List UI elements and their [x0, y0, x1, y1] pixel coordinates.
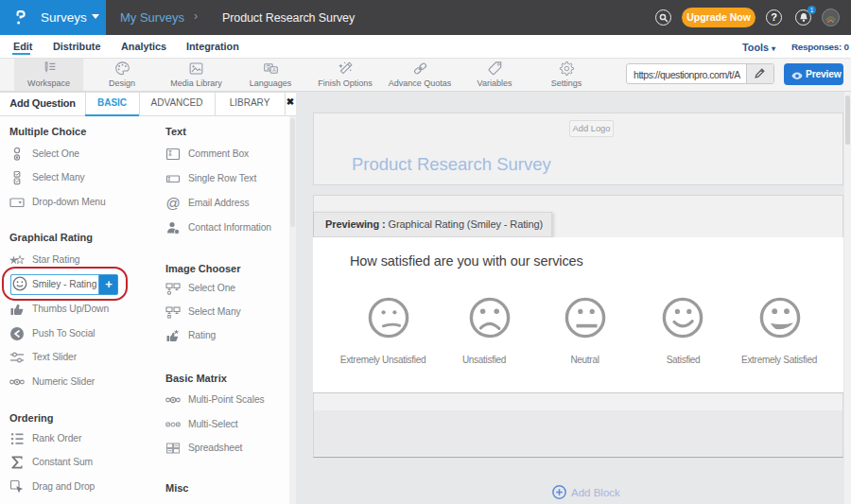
svg-text:A: A	[271, 67, 275, 73]
svg-text:@: @	[165, 196, 180, 211]
